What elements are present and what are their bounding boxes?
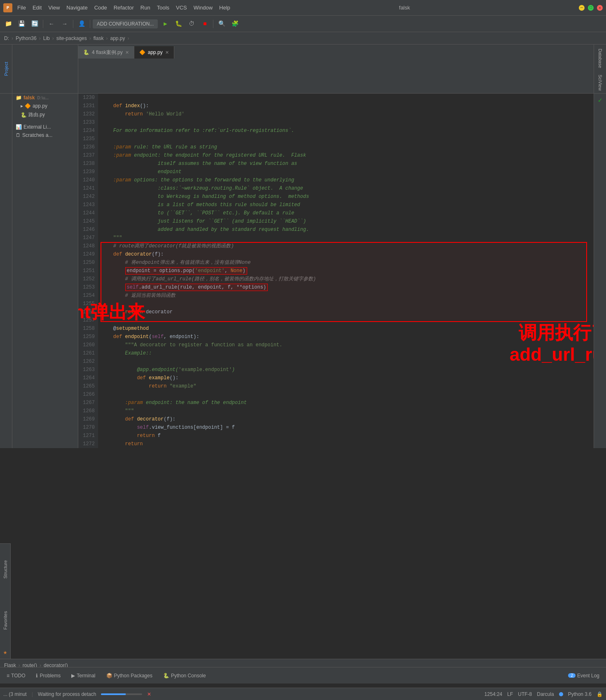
status-time: ... (3 minut: [3, 691, 27, 697]
menu-edit[interactable]: Edit: [33, 5, 42, 11]
python-version[interactable]: Python 3.6: [568, 691, 592, 697]
code-content[interactable]: def index(): return 'Hello World' For mo…: [98, 94, 594, 448]
menu-view[interactable]: View: [48, 5, 60, 11]
plugin-button[interactable]: 🧩: [229, 18, 241, 30]
code-line-1230: [101, 94, 594, 102]
left-sidebar: [0, 94, 12, 448]
menu-help[interactable]: Help: [219, 5, 230, 11]
code-line-1244: to (``GET``, ``POST`` etc.). By default …: [101, 209, 594, 217]
console-icon: 🐍: [163, 673, 169, 679]
project-panel: 📁 falsk D:\u... ▸ 🔶 app.py 🐍 路由.py 📊 Ext…: [12, 94, 78, 448]
status-dot: [559, 692, 563, 696]
line-ending[interactable]: LF: [507, 691, 513, 697]
triangle-icon: ▸: [21, 103, 23, 109]
menu-navigate[interactable]: Navigate: [66, 5, 87, 11]
breadcrumb-python36[interactable]: Python36: [16, 35, 37, 41]
project-item-apppy[interactable]: ▸ 🔶 app.py: [12, 102, 78, 110]
sciview-tab[interactable]: SciView: [598, 72, 603, 93]
menu-file[interactable]: File: [17, 5, 26, 11]
code-line-1236: :param rule: the URL rule as string: [101, 143, 594, 151]
code-line-1240: :param options: the options to be forwar…: [101, 176, 594, 184]
code-line-1249: def decorator(f):: [101, 250, 594, 258]
theme-label[interactable]: Darcula: [537, 691, 554, 697]
add-configuration-button[interactable]: ADD CONFIGURATION...: [93, 19, 158, 28]
back-button[interactable]: ←: [46, 18, 57, 30]
project-item-luyou[interactable]: 🐍 路由.py: [12, 110, 78, 120]
run-button[interactable]: ▶: [159, 18, 171, 30]
tab-label-app: app.py: [148, 49, 163, 55]
code-line-1246: added and handled by the standard reques…: [101, 226, 594, 234]
profile-button[interactable]: ⏱: [186, 18, 197, 30]
forward-button[interactable]: →: [59, 18, 70, 30]
code-line-1254: # 返回当前装饰回函数: [101, 291, 594, 300]
stop-button[interactable]: ■: [199, 18, 211, 30]
breadcrumb-site-packages[interactable]: site-packages: [56, 35, 87, 41]
menu-vcs[interactable]: VCS: [176, 5, 187, 11]
code-line-1243: is a list of methods this rule should be…: [101, 201, 594, 209]
maximize-button[interactable]: □: [588, 5, 594, 11]
tab-python-console[interactable]: 🐍 Python Console: [158, 671, 211, 680]
window-controls[interactable]: — □ ✕: [579, 5, 603, 11]
project-root[interactable]: 📁 falsk D:\u...: [12, 94, 78, 102]
network-icon: 🔒: [597, 691, 603, 697]
project-scratches[interactable]: 🗒 Scratches a...: [12, 131, 78, 139]
minimize-button[interactable]: —: [579, 5, 585, 11]
code-line-1235: [101, 135, 594, 143]
progress-fill: [101, 693, 126, 695]
tab-flask-cases[interactable]: 🐍 4 flask案例.py ✕: [78, 46, 134, 59]
menu-bar[interactable]: File Edit View Navigate Code Refactor Ru…: [17, 5, 230, 11]
code-line-1252: # 调用执行了add_url_rule(路径，别名，被装饰的函数内存地址，打散关…: [101, 275, 594, 283]
tab-app-py[interactable]: 🔶 app.py ✕: [134, 46, 174, 59]
menu-refactor[interactable]: Refactor: [114, 5, 134, 11]
right-sidebar: ✓: [594, 94, 606, 448]
tab-python-packages[interactable]: 📦 Python Packages: [101, 671, 157, 680]
open-folder-button[interactable]: 📁: [2, 18, 14, 30]
tab-problems[interactable]: ℹ Problems: [31, 671, 66, 680]
tab-close-flask[interactable]: ✕: [125, 50, 129, 55]
code-line-1250: # 将endpoint弹出来，有值就弹出来，没有值就弹None: [101, 258, 594, 267]
cursor-position[interactable]: 1254:24: [484, 691, 502, 697]
close-button[interactable]: ✕: [597, 5, 603, 11]
menu-run[interactable]: Run: [140, 5, 150, 11]
user-button[interactable]: 👤: [76, 18, 87, 30]
breadcrumb-apppy[interactable]: app.py: [110, 35, 125, 41]
code-line-1262: [101, 357, 594, 366]
code-line-1253: self.add_url_rule(rule, endpoint, f, **o…: [101, 283, 594, 291]
menu-code[interactable]: Code: [94, 5, 107, 11]
sync-button[interactable]: 🔄: [29, 18, 40, 30]
tab-terminal[interactable]: ▶ Terminal: [66, 671, 100, 680]
tab-event-log[interactable]: 2 Event Log: [563, 671, 604, 680]
terminal-icon: ▶: [71, 673, 75, 679]
code-line-1239: endpoint: [101, 168, 594, 176]
breadcrumb-d[interactable]: D:: [4, 35, 9, 41]
scratches-icon: 🗒: [16, 132, 21, 138]
encoding[interactable]: UTF-8: [518, 691, 532, 697]
project-external-lib[interactable]: 📊 External Li...: [12, 123, 78, 131]
tab-todo[interactable]: ≡ TODO: [2, 671, 30, 680]
code-line-1234: For more information refer to :ref:`url-…: [101, 127, 594, 135]
packages-icon: 📦: [106, 673, 112, 679]
favorites-tab[interactable]: Favorites: [0, 595, 10, 646]
editor-area: 1230 1231 1232 1233 1234 1235 1236 1237 …: [78, 94, 594, 448]
menu-window[interactable]: Window: [194, 5, 213, 11]
menu-tools[interactable]: Tools: [157, 5, 169, 11]
search-button[interactable]: 🔍: [216, 18, 227, 30]
database-tab[interactable]: Database: [598, 46, 603, 70]
cancel-icon[interactable]: ✕: [147, 691, 151, 697]
code-line-1247: """: [101, 234, 594, 242]
code-line-1257: [101, 316, 594, 324]
code-line-1258: @setupmethod: [101, 324, 594, 333]
code-line-1272: return: [101, 440, 594, 448]
structure-tab[interactable]: Structure: [0, 544, 10, 595]
code-line-1266: [101, 390, 594, 399]
breadcrumb: D: › Python36 › Lib › site-packages › fl…: [0, 32, 606, 45]
save-button[interactable]: 💾: [16, 18, 27, 30]
project-tab[interactable]: Project: [4, 59, 9, 78]
breadcrumb-lib[interactable]: Lib: [43, 35, 50, 41]
tab-close-app[interactable]: ✕: [165, 50, 169, 55]
debug-button[interactable]: 🐛: [173, 18, 184, 30]
status-bar: ... (3 minut | Waiting for process detac…: [0, 688, 606, 700]
code-line-1268: """: [101, 407, 594, 415]
breadcrumb-flask[interactable]: flask: [94, 35, 104, 41]
code-line-1259: def endpoint(self, endpoint):: [101, 333, 594, 341]
